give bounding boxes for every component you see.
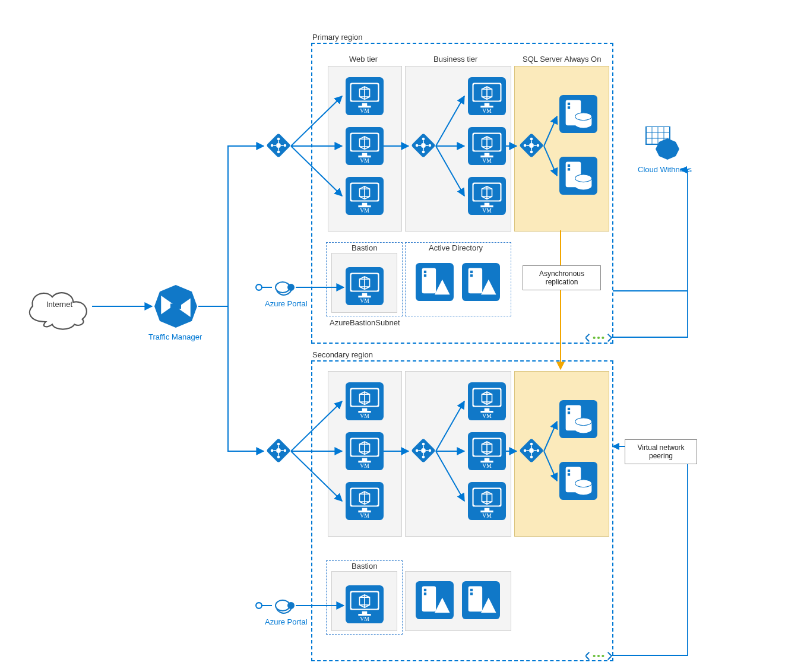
peering-label-2: peering	[631, 452, 691, 460]
primary-peering-icon	[585, 332, 612, 343]
internet-cloud-icon	[26, 285, 91, 332]
peering-label-1: Virtual network	[631, 443, 691, 452]
traffic-manager-icon	[154, 285, 197, 328]
primary-biz-tier-label: Business tier	[433, 55, 477, 64]
secondary-lb-sql	[519, 438, 544, 463]
secondary-biz-vm-2	[468, 432, 506, 470]
secondary-peering-icon	[585, 651, 612, 661]
replication-callout: Asynchronous replication	[523, 265, 601, 290]
peering-callout: Virtual network peering	[625, 439, 697, 464]
primary-bastion-vm	[346, 267, 384, 305]
primary-web-vm-2	[346, 127, 384, 165]
primary-lb-web	[266, 133, 291, 158]
secondary-biz-vm-3	[468, 482, 506, 520]
primary-web-tier-label: Web tier	[349, 55, 378, 64]
primary-biz-vm-2	[468, 127, 506, 165]
secondary-ad-server-1	[416, 581, 454, 619]
secondary-biz-vm-1	[468, 382, 506, 420]
traffic-manager-label: Traffic Manager	[148, 332, 202, 341]
primary-ad-server-2	[462, 263, 500, 301]
secondary-lb-web	[266, 438, 291, 463]
cloud-witness-label: Cloud Withness	[638, 165, 692, 174]
secondary-azure-portal-icon	[273, 597, 296, 615]
secondary-sql-db-1	[559, 400, 597, 438]
secondary-web-vm-2	[346, 432, 384, 470]
primary-web-vm-1	[346, 77, 384, 115]
primary-sql-db-1	[559, 95, 597, 133]
primary-azure-portal-icon	[273, 279, 296, 297]
secondary-ad-server-2	[462, 581, 500, 619]
secondary-bastion-vm	[346, 585, 384, 623]
primary-region-label: Primary region	[312, 33, 363, 42]
primary-lb-sql	[519, 133, 544, 158]
primary-ad-server-1	[416, 263, 454, 301]
primary-bastion-label: Bastion	[352, 243, 377, 252]
cloud-witness-icon	[645, 126, 682, 161]
primary-azure-portal-label: Azure Portal	[265, 299, 308, 308]
internet-label: Internet	[46, 300, 72, 309]
replication-label-2: replication	[529, 278, 594, 286]
secondary-web-vm-3	[346, 482, 384, 520]
secondary-bastion-label: Bastion	[352, 562, 377, 570]
replication-label-1: Asynchronous	[529, 270, 594, 278]
primary-bastion-subnet-label: AzureBastionSubnet	[330, 318, 400, 327]
primary-ad-label: Active Directory	[429, 243, 483, 252]
primary-web-vm-3	[346, 177, 384, 215]
primary-sql-db-2	[559, 157, 597, 195]
secondary-azure-portal-label: Azure Portal	[265, 617, 308, 626]
primary-biz-vm-3	[468, 177, 506, 215]
secondary-lb-biz	[411, 438, 436, 463]
secondary-region-label: Secondary region	[312, 350, 373, 359]
secondary-sql-db-2	[559, 462, 597, 500]
primary-lb-biz	[411, 133, 436, 158]
primary-biz-vm-1	[468, 77, 506, 115]
primary-sql-tier-label: SQL Server Always On	[523, 55, 601, 64]
secondary-web-vm-1	[346, 382, 384, 420]
